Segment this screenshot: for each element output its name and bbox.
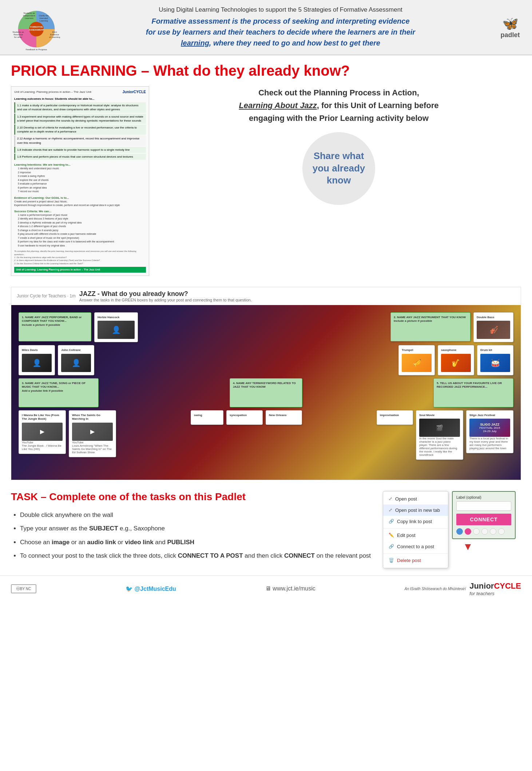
padlet-sligo-card[interactable]: Sligo Jazz Festival SLIGO JAZZ FESTIVAL … — [466, 410, 513, 453]
sligo-desc: There is a local jazz festival in my tow… — [469, 437, 510, 450]
saxophone-image: 🎷 — [441, 354, 471, 372]
formative-assessment-diagram: FORMATIVE ASSESSMENT Clarify the Intende… — [7, 4, 65, 51]
coltrane-label: John Coltrane — [61, 348, 91, 352]
padlet-drums-card[interactable]: Drum kit 🥁 — [477, 345, 513, 375]
padlet-title: JAZZ - What do you already know? — [79, 290, 252, 298]
color-dot-white4[interactable] — [498, 528, 505, 535]
padlet-swing-card[interactable]: swing — [191, 410, 223, 425]
padlet-improv-card[interactable]: improvisation — [377, 410, 413, 425]
delete-label: Delete post — [397, 558, 421, 563]
padlet-trumpet-card[interactable]: Trumpet 🎺 — [398, 345, 435, 375]
color-dot-white3[interactable] — [490, 528, 496, 535]
context-edit-post[interactable]: ✏️ Edit post — [383, 530, 448, 541]
svg-text:ASSESSMENT: ASSESSMENT — [29, 29, 44, 31]
saints-yt-label: YouTubeLouis Armstrong "When The Saints … — [72, 441, 113, 454]
padlet-task2-card[interactable]: 2. NAME ANY JAZZ INSTRUMENT THAT YOU KNO… — [390, 312, 471, 341]
footer: 🅭 BY NC 🐦 @JctMusicEdu 🖥 www.jct.ie/musi… — [0, 576, 532, 602]
edit-post-icon: ✏️ — [389, 533, 394, 538]
soul-desc: In the movie Soul the main character is … — [419, 437, 460, 456]
context-open-post-tab[interactable]: ⤢ Open post in new tab — [383, 505, 448, 516]
padlet-miles-card[interactable]: Miles Davis 👤 — [19, 345, 55, 375]
svg-text:Clarify the: Clarify the — [39, 15, 49, 17]
sligo-label: Sligo Jazz Festival — [469, 414, 510, 417]
doc-row-5: 1.8 Indicate chords that are suitable to… — [14, 147, 146, 153]
context-delete[interactable]: 🗑️ Delete post — [383, 555, 448, 566]
padlet-double-bass-card[interactable]: Double Bass 🎻 — [473, 312, 513, 342]
delete-icon: 🗑️ — [389, 558, 394, 563]
jc-branding: JuniorCYCLE for teachers — [469, 581, 521, 596]
padlet-header: Junior Cycle for Teachers · 1m JAZZ - Wh… — [11, 287, 521, 305]
padlet-breadcrumb: Junior Cycle for Teachers · 1m — [17, 293, 76, 298]
svg-text:Intended: Intended — [39, 17, 48, 19]
padlet-saints-card[interactable]: When The Saints Go Marching In ▶ YouTube… — [69, 410, 116, 457]
trumpet-image: 🎺 — [402, 354, 432, 372]
doc-row-2: 1.3 experiment and improvise with making… — [14, 114, 146, 124]
footer-twitter[interactable]: 🐦 @JctMusicEdu — [126, 585, 176, 592]
coltrane-image: 👤 — [61, 354, 91, 372]
color-dot-white1[interactable] — [473, 528, 480, 535]
soul-image: 🎬 — [419, 419, 460, 437]
double-bass-label: Double Bass — [477, 316, 510, 319]
prior-learning-title: PRIOR LEARNING – What do they already kn… — [11, 63, 521, 79]
drums-image: 🥁 — [480, 354, 510, 372]
context-connect[interactable]: 🔗 Connect to a post — [383, 541, 448, 552]
padlet-task5-card[interactable]: 5. TELL US ABOUT YOUR FAVOURITE LIVE OR … — [433, 378, 513, 407]
doc-row-1: 1.1 make a study of a particular contemp… — [14, 102, 146, 112]
footer-website[interactable]: 🖥 www.jct.ie/music — [265, 585, 315, 592]
doc-row-6: 1.8 Perform and perform pieces of music … — [14, 154, 146, 160]
bass-image: 🎻 — [477, 321, 510, 339]
learning-intentions-list: 1 identify and understand jazz music 2 i… — [14, 167, 146, 194]
planning-right: Check out the Planning Process in Action… — [156, 86, 521, 205]
padlet-task3-card[interactable]: 3. NAME ANY JAZZ TUNE, SONG or PIECE OF … — [19, 378, 99, 407]
wanna-label: I Wanna Be Like You (From The Jungle Boo… — [22, 414, 63, 421]
connect-button[interactable]: CONNECT — [456, 514, 511, 525]
padlet-new-orleans-card[interactable]: New Orleans — [266, 410, 302, 425]
svg-text:Learners: Learners — [25, 17, 33, 19]
color-dot-pink[interactable] — [465, 528, 471, 535]
padlet-herbie-card[interactable]: Herbie Hancock 👤 — [94, 312, 138, 342]
connect-input-field[interactable] — [456, 501, 511, 511]
banner-italic-1: Formative assessment is the process of s… — [151, 17, 409, 25]
banner-italic-3-learning: learning — [181, 39, 209, 47]
miles-label: Miles Davis — [22, 348, 52, 352]
goal-header: Evidence of Learning: Our GOAL is to... — [14, 196, 146, 200]
task-item-2-text: Type your answer as the SUBJECT e.g., Sa… — [20, 525, 165, 532]
padlet-soul-card[interactable]: Soul Movie 🎬 In the movie Soul the main … — [416, 410, 463, 460]
wanna-yt-label: YouTubeThe Jungle Book - I Wanna Be Like… — [22, 441, 63, 451]
task-item-3: Choose an image or an audio link or vide… — [20, 535, 372, 549]
context-copy-link[interactable]: 🔗 Copy link to post — [383, 516, 448, 527]
context-menu: ⤢ Open post ⤢ Open post in new tab 🔗 Cop… — [383, 491, 448, 568]
check-out-line2b: , for this Unit of Learning before — [317, 101, 439, 110]
context-open-post[interactable]: ⤢ Open post — [383, 493, 448, 505]
planning-notes: To complete this planning, identify the … — [14, 250, 146, 265]
twitter-icon: 🐦 — [126, 586, 133, 592]
color-dot-white2[interactable] — [481, 528, 488, 535]
padlet-saxophone-card[interactable]: saxophone 🎷 — [438, 345, 474, 375]
task3-label: 3. NAME ANY JAZZ TUNE, SONG or PIECE OF … — [22, 381, 95, 393]
connect-panel-label: Label (optional) — [456, 495, 511, 499]
banner-title: Using Digital Learning Technologies to s… — [73, 6, 488, 13]
doc-row-4: 2.12 Assign a harmonic or rhythmic accom… — [14, 135, 146, 146]
padlet-syncopation-card[interactable]: syncopation — [226, 410, 263, 425]
soul-label: Soul Movie — [419, 414, 460, 417]
padlet-wanna-card[interactable]: I Wanna Be Like You (From The Jungle Boo… — [19, 410, 66, 454]
task1-label: 1. NAME ANY JAZZ PERFORMER, BAND or COMP… — [22, 316, 88, 327]
padlet-canvas[interactable]: 1. NAME ANY JAZZ PERFORMER, BAND or COMP… — [11, 305, 521, 480]
task-item-1: Double click anywhere on the wall — [20, 508, 372, 522]
banner-italic-3-rest: , where they need to go and how best to … — [209, 39, 380, 47]
task-right: ⤢ Open post ⤢ Open post in new tab 🔗 Cop… — [383, 491, 521, 568]
padlet-coltrane-card[interactable]: John Coltrane 👤 — [58, 345, 94, 375]
junior-cycle-logo: JuniorCYCLE — [123, 90, 146, 95]
color-dot-blue[interactable] — [456, 528, 463, 535]
task4-label: 4. NAME ANY TERM/KEYWORD RELATED TO JAZZ… — [233, 381, 299, 389]
padlet-task4-card[interactable]: 4. NAME ANY TERM/KEYWORD RELATED TO JAZZ… — [230, 378, 302, 407]
copy-link-label: Copy link to post — [397, 519, 432, 524]
website-url: www.jct.ie/music — [273, 585, 315, 592]
padlet-row4: I Wanna Be Like You (From The Jungle Boo… — [19, 410, 513, 460]
padlet-task1-card[interactable]: 1. NAME ANY JAZZ PERFORMER, BAND or COMP… — [19, 312, 91, 341]
red-arrow-indicator: ▼ — [463, 541, 473, 553]
planning-doc-header: Unit of Learning: Planning process in ac… — [14, 90, 146, 95]
jc-irish-text: An tSraith Shóisearach do Mhúinteoirí — [405, 587, 466, 591]
jc-cycle: CYCLE — [494, 581, 521, 590]
connect-icon: 🔗 — [389, 544, 394, 549]
